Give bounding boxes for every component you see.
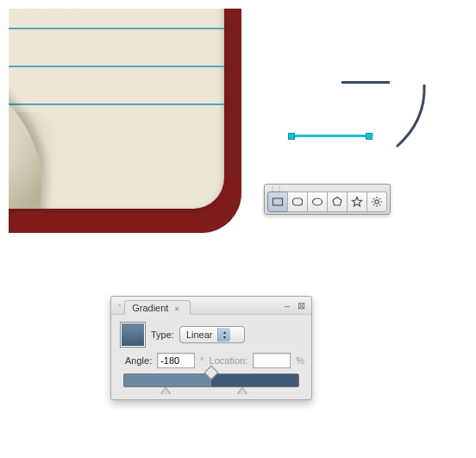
artwork-preview	[9, 9, 241, 259]
angle-degree-icon: °	[200, 355, 204, 366]
svg-marker-4	[353, 198, 362, 207]
angle-label: Angle:	[125, 355, 152, 366]
gradient-type-value: Linear	[186, 329, 213, 340]
panel-title: Gradient	[132, 303, 168, 313]
anchor-handle[interactable]	[288, 133, 295, 140]
page-rule-line	[9, 28, 224, 29]
rounded-rectangle-icon	[291, 196, 304, 208]
location-label: Location:	[210, 355, 248, 366]
star-tool-button[interactable]	[347, 191, 367, 212]
svg-rect-1	[293, 198, 303, 205]
select-stepper-icon: ▴▾	[217, 328, 230, 342]
svg-marker-3	[333, 198, 341, 206]
shape-tool-toolbar: ⋮⋮	[264, 184, 391, 215]
svg-rect-0	[273, 198, 283, 205]
svg-line-11	[379, 204, 380, 205]
gradient-type-select[interactable]: Linear ▴▾	[179, 326, 245, 343]
rounded-rectangle-tool-button[interactable]	[287, 191, 308, 212]
ellipse-icon	[311, 196, 323, 208]
page-rule-line	[9, 104, 224, 105]
flare-icon	[371, 196, 383, 208]
panel-tab-handle-icon[interactable]: ◦	[115, 301, 124, 310]
svg-point-2	[313, 198, 323, 205]
polygon-icon	[331, 196, 343, 208]
canvas-stroke-segment[interactable]	[341, 81, 390, 84]
panel-minimize-button[interactable]: –	[280, 300, 294, 311]
rectangle-tool-button[interactable]	[267, 191, 288, 212]
canvas-curve-segment[interactable]	[393, 83, 428, 150]
svg-line-10	[373, 198, 374, 199]
location-input[interactable]	[253, 353, 291, 368]
angle-input[interactable]	[157, 353, 195, 368]
ellipse-tool-button[interactable]	[307, 191, 328, 212]
panel-tab-gradient[interactable]: Gradient ×	[124, 300, 191, 315]
panel-titlebar[interactable]: ◦ Gradient × – ⊠	[111, 297, 311, 315]
gradient-stop-right[interactable]	[237, 386, 247, 394]
notebook-page	[9, 9, 224, 209]
location-unit: %	[296, 355, 304, 366]
page-rule-line	[9, 66, 224, 67]
svg-line-13	[373, 204, 374, 205]
panel-close-button[interactable]: ⊠	[294, 300, 308, 311]
panel-menu-icon[interactable]: ×	[171, 304, 182, 313]
gradient-panel: ◦ Gradient × – ⊠ Type: Linear ▴▾ Angle: …	[110, 296, 312, 400]
rectangle-icon	[272, 196, 284, 208]
polygon-tool-button[interactable]	[327, 191, 348, 212]
gradient-slider[interactable]	[123, 373, 299, 387]
svg-point-5	[375, 200, 379, 204]
gradient-swatch[interactable]	[120, 322, 146, 348]
selected-line-segment[interactable]	[291, 135, 369, 137]
gradient-stop-left[interactable]	[160, 386, 171, 394]
svg-line-12	[379, 198, 380, 199]
flare-tool-button[interactable]	[366, 191, 387, 212]
anchor-handle[interactable]	[366, 133, 373, 140]
type-label: Type:	[151, 329, 174, 340]
star-icon	[351, 196, 363, 208]
